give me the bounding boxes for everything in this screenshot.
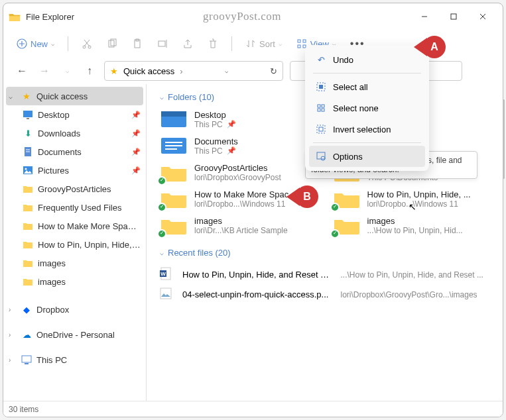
- breadcrumb-chevron[interactable]: ›: [180, 66, 182, 76]
- pin-icon: 📌: [227, 146, 236, 155]
- thispc-icon: [21, 355, 32, 364]
- svg-rect-31: [165, 142, 182, 143]
- pin-icon: 📌: [131, 129, 141, 138]
- sidebar-thispc[interactable]: ›This PC: [3, 350, 146, 369]
- folder-item[interactable]: DesktopThis PC📌: [160, 109, 320, 130]
- chevron-down-icon: ⌵: [160, 93, 164, 101]
- chevron-right-icon: ›: [9, 356, 17, 364]
- close-button[interactable]: [468, 6, 497, 27]
- sidebar-quick-access[interactable]: ⌵ ★ Quick access: [6, 87, 143, 105]
- menu-undo[interactable]: ↶Undo: [309, 49, 425, 70]
- menu-select-all[interactable]: Select all: [309, 76, 425, 97]
- folder-icon: [160, 188, 188, 209]
- svg-rect-43: [322, 109, 324, 111]
- svg-rect-45: [319, 127, 323, 131]
- select-all-icon: [316, 81, 326, 92]
- window-title: File Explorer: [26, 12, 74, 22]
- svg-rect-37: [160, 288, 171, 299]
- svg-rect-19: [23, 111, 32, 117]
- sidebar-item-folder[interactable]: images: [3, 254, 146, 272]
- address-bar[interactable]: ★ Quick access › ⌵ ↻: [104, 61, 283, 81]
- folder-icon: [333, 215, 361, 236]
- svg-rect-42: [318, 109, 320, 111]
- folder-item[interactable]: GroovyPostArticleslori\Dropbox\GroovyPos…: [160, 162, 320, 183]
- cut-button[interactable]: [76, 36, 97, 52]
- new-button[interactable]: New ⌵: [11, 36, 60, 52]
- chevron-right-icon: ›: [9, 331, 17, 339]
- onedrive-icon: ☁: [21, 330, 32, 340]
- watermark: groovyPost.com: [74, 10, 410, 23]
- pin-icon: 📌: [131, 166, 141, 175]
- refresh-button[interactable]: ↻: [270, 66, 277, 76]
- up-button[interactable]: ↑: [82, 63, 97, 79]
- documents-folder-icon: [160, 135, 188, 156]
- sidebar-item-folder[interactable]: images: [3, 272, 146, 291]
- folder-item[interactable]: imageslori\Dr...\KB Article Sample: [160, 215, 320, 236]
- chevron-down-icon[interactable]: ⌵: [59, 63, 75, 79]
- titlebar: File Explorer groovyPost.com: [3, 3, 503, 30]
- chevron-down-icon: ⌵: [51, 40, 54, 47]
- folder-icon: [22, 185, 34, 193]
- folder-icon: [22, 240, 34, 249]
- svg-text:W: W: [160, 271, 166, 277]
- recent-item[interactable]: WHow to Pin, Unpin, Hide, and Reset Q...…: [160, 264, 492, 285]
- minimize-button[interactable]: [410, 6, 439, 27]
- svg-point-47: [321, 156, 325, 160]
- maximize-button[interactable]: [439, 6, 468, 27]
- cursor-icon: ↖: [409, 201, 416, 212]
- undo-icon: ↶: [316, 54, 326, 65]
- sort-label: Sort: [259, 39, 275, 49]
- menu-select-none[interactable]: Select none: [309, 97, 425, 119]
- sidebar-onedrive[interactable]: ›☁OneDrive - Personal: [3, 325, 146, 344]
- menu-invert[interactable]: Invert selection: [309, 119, 425, 140]
- sidebar-item-folder[interactable]: Frequently Used Files: [3, 198, 146, 217]
- back-button[interactable]: ←: [14, 63, 30, 79]
- recent-header[interactable]: ⌵Recent files (20): [160, 248, 492, 258]
- folder-item[interactable]: DocumentsThis PC📌: [160, 135, 320, 156]
- rename-button[interactable]: [152, 36, 173, 52]
- separator: [231, 36, 232, 51]
- recent-item[interactable]: 04-select-unpin-from-quick-access.p...lo…: [160, 285, 492, 304]
- sidebar-item-downloads[interactable]: ⬇Downloads📌: [3, 124, 146, 142]
- sidebar-item-desktop[interactable]: Desktop📌: [3, 105, 146, 124]
- svg-rect-1: [451, 14, 456, 19]
- dropbox-icon: ◆: [21, 305, 32, 315]
- paste-button[interactable]: [127, 36, 148, 52]
- desktop-icon: [22, 110, 34, 119]
- delete-button[interactable]: [202, 36, 223, 52]
- annotation-badge-a: A: [414, 36, 446, 58]
- svg-rect-44: [317, 125, 325, 133]
- sort-button[interactable]: Sort ⌵: [240, 36, 287, 52]
- folder-item[interactable]: images...\How to Pin, Unpin, Hid...: [333, 215, 493, 236]
- pin-icon: 📌: [227, 120, 236, 129]
- svg-rect-40: [318, 105, 320, 107]
- sidebar-item-folder[interactable]: How to Pin, Unpin, Hide, and: [3, 235, 146, 254]
- svg-rect-29: [161, 111, 186, 117]
- svg-rect-39: [319, 85, 323, 89]
- scrollbar[interactable]: [503, 99, 505, 400]
- svg-rect-17: [298, 45, 300, 48]
- copy-button[interactable]: [101, 36, 123, 52]
- chevron-right-icon: ›: [9, 306, 17, 313]
- select-none-icon: [316, 103, 326, 113]
- menu-options[interactable]: Options: [309, 146, 425, 167]
- options-icon: [316, 151, 326, 162]
- star-icon: ★: [110, 66, 118, 76]
- folder-icon: [333, 188, 361, 209]
- sidebar-item-documents[interactable]: Documents📌: [3, 142, 146, 161]
- forward-button[interactable]: →: [36, 63, 52, 79]
- folder-icon: [22, 278, 34, 286]
- downloads-icon: ⬇: [22, 129, 34, 138]
- chevron-down-icon: ⌵: [160, 249, 164, 256]
- chevron-down-icon[interactable]: ⌵: [225, 68, 228, 74]
- share-button[interactable]: [177, 36, 198, 52]
- sidebar-item-pictures[interactable]: Pictures📌: [3, 161, 146, 180]
- status-bar: 30 items: [3, 401, 503, 417]
- folder-icon: [22, 222, 34, 231]
- breadcrumb-location[interactable]: Quick access: [123, 66, 174, 76]
- sidebar-dropbox[interactable]: ›◆Dropbox: [3, 300, 146, 319]
- svg-rect-41: [322, 105, 324, 107]
- sidebar-item-folder[interactable]: GroovyPostArticles: [3, 180, 146, 198]
- sidebar-item-folder[interactable]: How to Make More Space Av: [3, 217, 146, 235]
- separator: [313, 142, 421, 143]
